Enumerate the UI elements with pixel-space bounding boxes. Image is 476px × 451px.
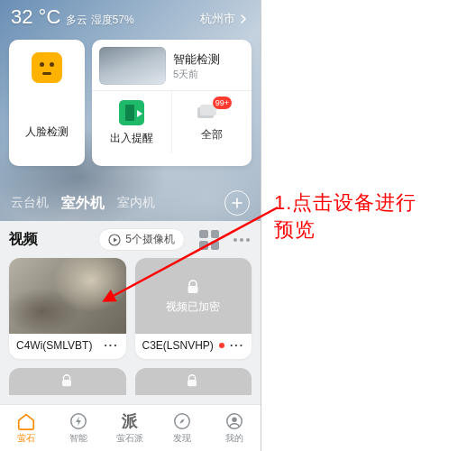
home-icon <box>16 411 36 431</box>
camera-grid: C4Wi(SMLVBT) ··· 视频已加密 C3E(LSNVHP) ··· <box>0 251 261 359</box>
nav-smart[interactable]: 智能 <box>52 405 105 451</box>
all-events-card[interactable]: 99+ 全部 <box>171 91 252 153</box>
all-events-label: 全部 <box>201 127 223 143</box>
camera-card-3[interactable] <box>9 368 126 395</box>
pai-icon: 派 <box>122 410 138 432</box>
smart-detect-card: 智能检测 5天前 出入提醒 99+ <box>92 40 252 166</box>
nav-home[interactable]: 萤石 <box>0 405 52 451</box>
nav-label: 我的 <box>225 432 243 445</box>
face-detect-card[interactable]: 人脸检测 <box>9 40 85 166</box>
plus-icon <box>231 197 243 209</box>
tab-indoor[interactable]: 室内机 <box>117 195 155 211</box>
nav-label: 发现 <box>173 432 191 445</box>
smart-detect-row[interactable]: 智能检测 5天前 <box>92 40 252 90</box>
camera-count-pill[interactable]: 5个摄像机 <box>98 228 185 251</box>
play-circle-icon <box>108 234 121 246</box>
camera-card-1[interactable]: C4Wi(SMLVBT) ··· <box>9 258 126 359</box>
camera-name: C4Wi(SMLVBT) <box>16 339 92 352</box>
bottom-nav: 萤石 智能 派 萤石派 发现 我的 <box>0 404 261 451</box>
camera-preview-locked[interactable]: 视频已加密 <box>135 258 252 334</box>
status-dot <box>219 343 224 348</box>
nav-label: 萤石派 <box>116 432 143 445</box>
bolt-icon <box>69 411 88 431</box>
app-screen: 32 °C 多云 湿度57% 杭州市 人脸检测 智能检测 5天前 <box>0 0 261 451</box>
svg-rect-2 <box>62 380 71 386</box>
device-type-tabs: 云台机 室外机 室内机 <box>0 190 261 216</box>
camera-card-2[interactable]: 视频已加密 C3E(LSNVHP) ··· <box>135 258 252 359</box>
nav-me[interactable]: 我的 <box>208 405 261 451</box>
face-detect-label: 人脸检测 <box>25 124 69 140</box>
face-icon <box>32 52 62 83</box>
tab-outdoor[interactable]: 室外机 <box>61 194 105 213</box>
detect-thumbnail <box>99 47 166 85</box>
camera-more-icon[interactable]: ··· <box>104 339 118 352</box>
camera-more-icon[interactable]: ··· <box>230 339 244 352</box>
annotation-text: 1.点击设备进行 预览 <box>274 189 416 243</box>
detect-title: 智能检测 <box>173 51 220 68</box>
weather-block[interactable]: 32 °C 多云 湿度57% <box>11 5 134 29</box>
section-title: 视频 <box>9 230 38 249</box>
lock-icon <box>184 278 202 296</box>
city-picker[interactable]: 杭州市 <box>200 11 248 27</box>
nav-discover[interactable]: 发现 <box>156 405 208 451</box>
annotation-line2: 预览 <box>274 216 416 244</box>
lock-icon <box>59 373 77 391</box>
video-section-header: 视频 5个摄像机 <box>0 221 261 251</box>
more-button[interactable] <box>232 238 252 242</box>
svg-point-7 <box>232 417 237 422</box>
svg-rect-1 <box>188 286 198 293</box>
camera-count-label: 5个摄像机 <box>125 232 175 247</box>
door-icon <box>119 100 144 125</box>
camera-card-4[interactable] <box>135 368 252 395</box>
nav-label: 萤石 <box>17 432 35 445</box>
nav-pai[interactable]: 派 萤石派 <box>105 405 157 451</box>
stack-icon: 99+ <box>197 104 226 122</box>
weather-desc: 多云 湿度57% <box>66 13 133 28</box>
compass-icon <box>172 411 192 431</box>
camera-name: C3E(LSNVHP) <box>142 339 214 352</box>
svg-rect-3 <box>188 380 197 386</box>
tab-ptz[interactable]: 云台机 <box>11 195 49 211</box>
nav-label: 智能 <box>69 432 87 445</box>
layout-grid-button[interactable] <box>199 230 219 250</box>
hero-area: 32 °C 多云 湿度57% 杭州市 人脸检测 智能检测 5天前 <box>0 0 261 221</box>
user-icon <box>224 411 244 431</box>
chevron-right-icon <box>239 14 248 23</box>
entry-alert-card[interactable]: 出入提醒 <box>92 91 171 153</box>
city-label: 杭州市 <box>200 11 235 27</box>
events-badge: 99+ <box>213 97 232 109</box>
detect-subtitle: 5天前 <box>173 68 220 81</box>
lock-icon <box>184 373 202 391</box>
temperature: 32 °C <box>11 5 60 29</box>
locked-text: 视频已加密 <box>166 299 220 315</box>
camera-preview[interactable] <box>9 258 126 334</box>
camera-grid-row2 <box>0 368 261 395</box>
add-device-button[interactable] <box>224 190 250 216</box>
annotation-line1: 1.点击设备进行 <box>274 189 416 216</box>
entry-alert-label: 出入提醒 <box>110 131 153 146</box>
